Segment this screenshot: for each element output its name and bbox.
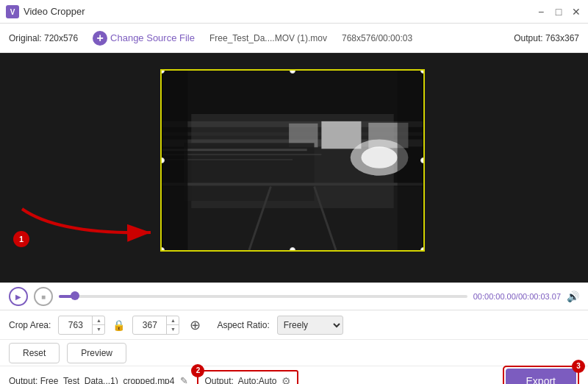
aspect-ratio-select[interactable]: Freely 16:9 4:3 1:1 9:16 Custom xyxy=(277,316,343,335)
height-spinners: ▲ ▼ xyxy=(166,316,179,334)
action-row: Reset Preview xyxy=(0,340,588,366)
output-label-static: Output: xyxy=(9,376,40,385)
output-row: Output: Free_Test_Data...1)_cropped.mp4 … xyxy=(0,366,588,384)
crop-area-label: Crop Area: xyxy=(9,320,51,330)
window-controls: − □ ✕ xyxy=(535,6,582,18)
stop-button[interactable]: ■ xyxy=(34,287,53,306)
preview-button[interactable]: Preview xyxy=(67,343,126,363)
output-filename: Output: Free_Test_Data...1)_cropped.mp4 xyxy=(9,376,174,385)
svg-text:V: V xyxy=(10,8,15,16)
handle-bot-right[interactable] xyxy=(420,247,425,252)
edit-icon[interactable]: ✎ xyxy=(180,375,188,384)
svg-rect-16 xyxy=(162,183,423,186)
reset-button[interactable]: Reset xyxy=(9,343,60,363)
app-icon: V xyxy=(6,5,19,18)
progress-bar[interactable] xyxy=(59,295,467,298)
output-file-value: Free_Test_Data...1)_cropped.mp4 xyxy=(40,376,175,385)
crop-region[interactable] xyxy=(160,69,425,252)
progress-thumb[interactable] xyxy=(71,291,79,300)
svg-point-12 xyxy=(361,146,397,168)
crop-settings-row: Crop Area: ▲ ▼ 🔒 ▲ ▼ ⊕ Aspect Ratio: Fre… xyxy=(0,310,588,340)
width-up-button[interactable]: ▲ xyxy=(93,316,104,325)
plus-icon: + xyxy=(93,31,107,46)
gear-icon[interactable]: ⚙ xyxy=(282,375,291,385)
file-info: 768x576/00:00:03 xyxy=(342,33,412,43)
maximize-button[interactable]: □ xyxy=(553,6,564,18)
file-name: Free_Test_Da....MOV (1).mov xyxy=(209,33,327,43)
title-bar: V Video Cropper − □ ✕ xyxy=(0,0,588,24)
export-box: 3 Export xyxy=(503,366,579,385)
original-resolution: Original: 720x576 xyxy=(9,33,78,43)
svg-rect-21 xyxy=(398,71,423,250)
height-up-button[interactable]: ▲ xyxy=(167,316,179,325)
video-area: 1 xyxy=(0,53,588,282)
volume-icon[interactable]: 🔊 xyxy=(567,291,579,302)
width-spinners: ▲ ▼ xyxy=(92,316,104,334)
top-bar: Original: 720x576 + Change Source File F… xyxy=(0,24,588,53)
close-button[interactable]: ✕ xyxy=(570,6,582,18)
height-input[interactable] xyxy=(133,320,166,330)
arrow-annotation xyxy=(15,194,169,242)
change-source-label: Change Source File xyxy=(110,32,195,43)
output-badge-box[interactable]: 2 Output: Auto;Auto ⚙ xyxy=(197,370,298,385)
lock-icon[interactable]: 🔒 xyxy=(112,319,125,331)
annotation-badge-2: 2 xyxy=(191,364,204,377)
svg-rect-8 xyxy=(321,121,361,149)
change-source-button[interactable]: + Change Source File xyxy=(93,31,195,46)
minimize-button[interactable]: − xyxy=(535,6,547,18)
width-input-group[interactable]: ▲ ▼ xyxy=(58,316,105,335)
annotation-badge-3: 3 xyxy=(572,360,585,373)
handle-top-right[interactable] xyxy=(420,69,425,74)
output-resolution: Output: 763x367 xyxy=(514,33,579,43)
annotation-badge-1: 1 xyxy=(13,231,29,247)
output-badge-label: Output: xyxy=(204,376,233,385)
output-badge-value: Auto;Auto xyxy=(238,376,277,385)
height-input-group[interactable]: ▲ ▼ xyxy=(132,316,179,335)
export-button[interactable]: Export xyxy=(506,369,576,385)
video-frame xyxy=(162,71,423,250)
time-display: 00:00:00.00/00:00:03.07 xyxy=(473,292,561,301)
app-title: Video Cropper xyxy=(24,6,535,17)
aspect-ratio-label: Aspect Ratio: xyxy=(217,320,269,330)
svg-rect-13 xyxy=(184,143,314,201)
handle-bot-left[interactable] xyxy=(160,247,165,252)
width-down-button[interactable]: ▼ xyxy=(93,325,104,334)
crosshair-icon[interactable]: ⊕ xyxy=(190,317,201,333)
height-down-button[interactable]: ▼ xyxy=(167,325,179,334)
width-input[interactable] xyxy=(59,320,92,330)
playback-controls: ▶ ■ 00:00:00.00/00:00:03.07 🔊 xyxy=(0,282,588,310)
play-button[interactable]: ▶ xyxy=(9,287,28,306)
handle-bot-center[interactable] xyxy=(290,247,295,252)
handle-mid-right[interactable] xyxy=(420,157,425,163)
